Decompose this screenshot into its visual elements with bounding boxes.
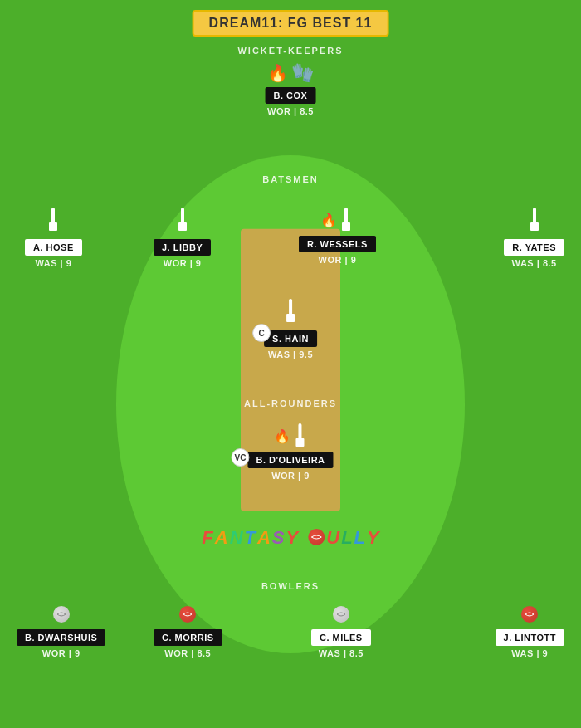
player-name: S. HAIN: [264, 330, 317, 347]
allrounders-label: ALL-ROUNDERS: [244, 398, 337, 408]
bat-icon: [46, 208, 61, 232]
glove-icon: 🧤: [291, 62, 314, 84]
player-info: WAS | 8.5: [319, 648, 364, 658]
player-c-miles: C. MILES WAS | 8.5: [311, 606, 371, 658]
bat-icon: [339, 208, 354, 232]
svg-rect-9: [286, 314, 295, 322]
player-a-hose: A. HOSE WAS | 9: [25, 208, 82, 268]
player-info: WAS | 9: [511, 648, 548, 658]
player-name: B. DWARSHUIS: [17, 629, 105, 646]
player-b-cox: 🔥 🧤 B. COX WOR | 8.5: [266, 62, 316, 116]
ball-letter: [308, 530, 325, 546]
player-name: C. MORRIS: [154, 629, 222, 646]
player-name: A. HOSE: [25, 239, 82, 256]
svg-rect-11: [295, 438, 304, 447]
player-j-lintott: J. LINTOTT WAS | 9: [496, 606, 564, 658]
player-name: R. WESSELS: [299, 236, 376, 252]
player-info: WOR | 9: [319, 255, 357, 265]
player-info: WOR | 9: [42, 648, 81, 658]
vc-badge: VC: [231, 448, 249, 467]
flame-icon: 🔥: [274, 428, 290, 444]
bat-icon: [292, 423, 307, 448]
player-c-morris: C. MORRIS WOR | 8.5: [154, 606, 222, 658]
svg-rect-7: [530, 222, 539, 231]
player-info: WAS | 9.5: [268, 349, 313, 359]
player-info: WAS | 8.5: [512, 258, 557, 268]
svg-rect-1: [49, 222, 57, 231]
captain-badge: C: [252, 324, 271, 342]
title-text: DREAM11: FG BEST 11: [209, 16, 373, 30]
bat-icon: [175, 208, 190, 232]
player-name: B. COX: [266, 87, 316, 104]
batsmen-label: BATSMEN: [262, 174, 319, 184]
svg-rect-5: [342, 222, 350, 231]
player-info: WOR | 9: [271, 471, 310, 481]
title-badge: DREAM11: FG BEST 11: [193, 10, 389, 37]
player-name: J. LIBBY: [154, 239, 211, 256]
flame-icon: 🔥: [320, 213, 337, 228]
player-r-wessels: 🔥 R. WESSELS WOR | 9: [299, 208, 376, 265]
player-name: R. YATES: [504, 239, 564, 256]
player-name: C. MILES: [311, 629, 371, 646]
player-r-yates: R. YATES WAS | 8.5: [504, 208, 564, 268]
player-s-hain: C S. HAIN WAS | 9.5: [264, 299, 317, 359]
player-info: WAS | 9: [35, 258, 71, 268]
bowlers-label: BOWLERS: [261, 581, 320, 591]
player-j-libby: J. LIBBY WOR | 9: [154, 208, 211, 268]
fantasy-gully-logo: F A N T A S Y U L L Y: [202, 527, 378, 549]
player-info: WOR | 8.5: [267, 106, 314, 116]
bat-icon: [283, 299, 298, 324]
wicketkeepers-label: WICKET-KEEPERS: [237, 46, 343, 56]
flame-icon: 🔥: [267, 63, 288, 83]
player-name: J. LINTOTT: [496, 629, 564, 646]
player-b-dwarshuis: B. DWARSHUIS WOR | 9: [17, 606, 105, 658]
player-b-doliveira: VC 🔥 B. D'OLIVEIRA WOR | 9: [247, 423, 333, 481]
player-name: B. D'OLIVEIRA: [247, 452, 333, 468]
player-info: WOR | 8.5: [164, 648, 211, 658]
bat-icon: [527, 208, 542, 232]
svg-rect-3: [178, 222, 187, 231]
player-info: WOR | 9: [164, 258, 202, 268]
